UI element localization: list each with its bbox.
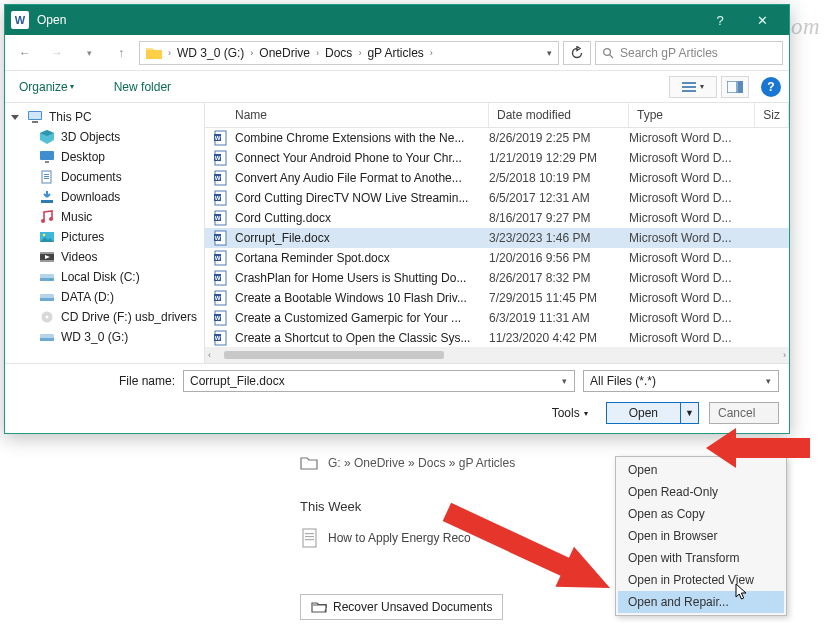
file-list[interactable]: WCombine Chrome Extensions with the Ne..… [205,128,789,347]
cancel-button[interactable]: Cancel [709,402,779,424]
menu-open-copy[interactable]: Open as Copy [618,503,784,525]
svg-rect-70 [305,533,314,534]
col-size[interactable]: Siz [755,103,789,127]
word-doc-icon: W [213,190,229,206]
svg-rect-6 [738,81,743,93]
nav-data-drive[interactable]: DATA (D:) [5,287,204,307]
recent-locations-button[interactable]: ▾ [75,40,103,66]
close-button[interactable]: ✕ [741,5,783,35]
file-date: 1/21/2019 12:29 PM [489,151,629,165]
organize-button[interactable]: Organize▾ [13,76,80,98]
table-row[interactable]: WCorrupt_File.docx3/23/2023 1:46 PMMicro… [205,228,789,248]
table-row[interactable]: WCreate a Shortcut to Open the Classic S… [205,328,789,347]
back-button[interactable]: ← [11,40,39,66]
file-date: 1/20/2016 9:56 PM [489,251,629,265]
file-name: Cortana Reminder Spot.docx [235,251,489,265]
menu-open-transform[interactable]: Open with Transform [618,547,784,569]
drive-icon [39,330,55,344]
dialog-body: This PC 3D Objects Desktop Documents Dow… [5,103,789,363]
table-row[interactable]: WCrashPlan for Home Users is Shutting Do… [205,268,789,288]
open-split-button[interactable]: Open ▼ [606,402,699,424]
svg-point-20 [43,234,46,237]
nav-videos[interactable]: Videos [5,247,204,267]
open-menu: Open Open Read-Only Open as Copy Open in… [615,456,787,616]
window-title: Open [37,13,66,27]
file-type-filter[interactable]: All Files (*.*)▾ [583,370,779,392]
col-name[interactable]: Name [205,103,489,127]
breadcrumb[interactable]: › WD 3_0 (G:) › OneDrive › Docs › gP Art… [139,41,559,65]
scroll-thumb[interactable] [224,351,444,359]
menu-open-readonly[interactable]: Open Read-Only [618,481,784,503]
new-folder-button[interactable]: New folder [108,76,177,98]
table-row[interactable]: WCreate a Bootable Windows 10 Flash Driv… [205,288,789,308]
table-row[interactable]: WCreate a Customized Gamerpic for Your .… [205,308,789,328]
help-button[interactable]: ? [761,77,781,97]
crumb-articles[interactable]: gP Articles [367,46,423,60]
nav-local-disk[interactable]: Local Disk (C:) [5,267,204,287]
scroll-left-icon[interactable]: ‹ [205,350,214,360]
forward-button[interactable]: → [43,40,71,66]
nav-tree[interactable]: This PC 3D Objects Desktop Documents Dow… [5,103,205,363]
horizontal-scrollbar[interactable]: ‹ › [205,347,789,363]
table-row[interactable]: WCord Cutting.docx8/16/2017 9:27 PMMicro… [205,208,789,228]
menu-open-repair[interactable]: Open and Repair... [618,591,784,613]
file-date: 8/16/2017 9:27 PM [489,211,629,225]
search-input[interactable]: Search gP Articles [595,41,783,65]
nav-wd-drive[interactable]: WD 3_0 (G:) [5,327,204,347]
col-type[interactable]: Type [629,103,755,127]
svg-point-0 [604,48,611,55]
nav-documents[interactable]: Documents [5,167,204,187]
file-type: Microsoft Word D... [629,291,755,305]
svg-rect-8 [29,112,41,119]
file-type: Microsoft Word D... [629,211,755,225]
up-button[interactable]: ↑ [107,40,135,66]
nav-music[interactable]: Music [5,207,204,227]
svg-rect-72 [305,539,314,540]
address-dropdown-icon[interactable]: ▾ [547,48,552,58]
filename-label: File name: [15,374,175,388]
nav-desktop[interactable]: Desktop [5,147,204,167]
nav-downloads[interactable]: Downloads [5,187,204,207]
nav-pictures[interactable]: Pictures [5,227,204,247]
col-date[interactable]: Date modified [489,103,629,127]
this-pc-icon [27,110,43,124]
crumb-onedrive[interactable]: OneDrive [259,46,310,60]
svg-text:W: W [215,295,221,301]
refresh-button[interactable] [563,41,591,65]
open-button[interactable]: Open [607,403,680,423]
table-row[interactable]: WConvert Any Audio File Format to Anothe… [205,168,789,188]
filename-input[interactable]: Corrupt_File.docx▾ [183,370,575,392]
view-options-button[interactable]: ▾ [669,76,717,98]
file-date: 8/26/2017 8:32 PM [489,271,629,285]
dialog-footer: File name: Corrupt_File.docx▾ All Files … [5,363,789,433]
svg-rect-3 [682,86,696,88]
svg-text:W: W [215,315,221,321]
annotation-arrow-2 [438,502,628,602]
help-titlebar-button[interactable]: ? [699,5,741,35]
scroll-right-icon[interactable]: › [780,350,789,360]
crumb-docs[interactable]: Docs [325,46,352,60]
tools-button[interactable]: Tools▾ [552,406,588,420]
nav-cd-drive[interactable]: CD Drive (F:) usb_drivers [5,307,204,327]
search-icon [602,47,614,59]
crumb-drive[interactable]: WD 3_0 (G:) [177,46,244,60]
svg-text:W: W [215,255,221,261]
svg-point-18 [49,217,53,221]
open-dropdown-arrow[interactable]: ▼ [680,403,698,423]
nav-this-pc[interactable]: This PC [5,107,204,127]
folder-icon [300,455,318,471]
svg-rect-71 [305,536,314,537]
menu-open-protected[interactable]: Open in Protected View [618,569,784,591]
annotation-arrow-1 [706,428,810,468]
chevron-down-icon[interactable]: ▾ [760,373,776,389]
chevron-down-icon[interactable]: ▾ [556,373,572,389]
column-headers[interactable]: Name Date modified Type Siz [205,103,789,128]
table-row[interactable]: WCord Cutting DirecTV NOW Live Streamin.… [205,188,789,208]
table-row[interactable]: WCortana Reminder Spot.docx1/20/2016 9:5… [205,248,789,268]
svg-rect-15 [44,178,49,179]
preview-pane-button[interactable] [721,76,749,98]
table-row[interactable]: WCombine Chrome Extensions with the Ne..… [205,128,789,148]
menu-open-browser[interactable]: Open in Browser [618,525,784,547]
table-row[interactable]: WConnect Your Android Phone to Your Chr.… [205,148,789,168]
nav-3d-objects[interactable]: 3D Objects [5,127,204,147]
